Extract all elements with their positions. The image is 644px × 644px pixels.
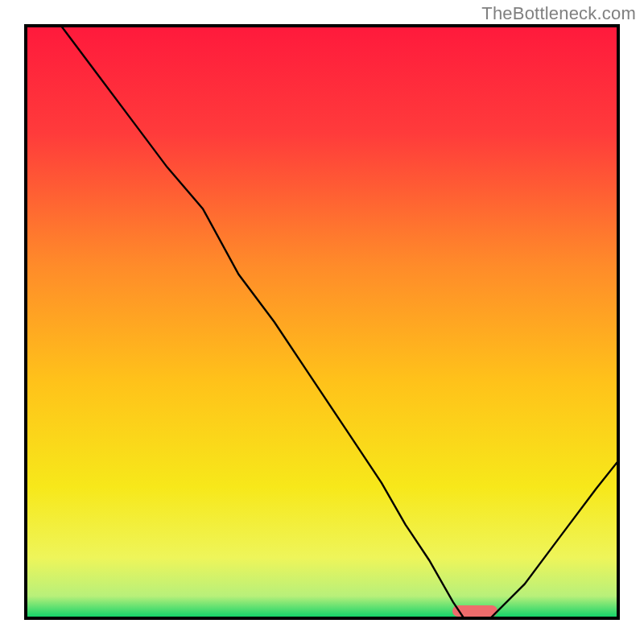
bottleneck-curve-path: [60, 24, 620, 620]
watermark-text: TheBottleneck.com: [481, 3, 636, 24]
plot-area: [24, 24, 620, 620]
chart-container: TheBottleneck.com: [0, 0, 644, 644]
curve-svg: [24, 24, 620, 620]
